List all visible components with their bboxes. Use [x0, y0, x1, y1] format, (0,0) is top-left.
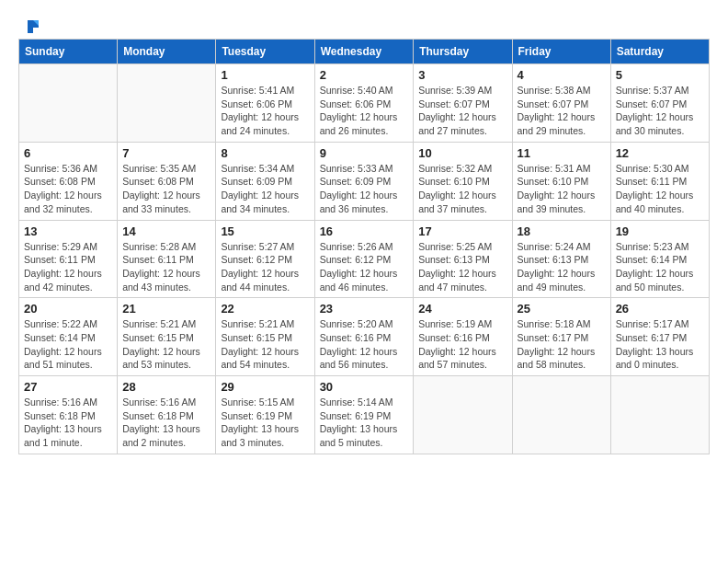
- weekday-header-tuesday: Tuesday: [216, 40, 314, 64]
- day-number: 20: [24, 302, 112, 316]
- calendar-week-row: 6Sunrise: 5:36 AMSunset: 6:08 PMDaylight…: [19, 142, 710, 220]
- weekday-header-saturday: Saturday: [610, 40, 709, 64]
- day-number: 21: [122, 302, 210, 316]
- calendar-cell: 21Sunrise: 5:21 AMSunset: 6:15 PMDayligh…: [118, 298, 216, 376]
- day-info: Sunrise: 5:39 AMSunset: 6:07 PMDaylight:…: [418, 84, 506, 138]
- calendar-week-row: 13Sunrise: 5:29 AMSunset: 6:11 PMDayligh…: [19, 220, 710, 298]
- day-number: 26: [616, 302, 704, 316]
- day-info: Sunrise: 5:26 AMSunset: 6:12 PMDaylight:…: [320, 240, 409, 294]
- day-info: Sunrise: 5:15 AMSunset: 6:19 PMDaylight:…: [221, 396, 309, 450]
- calendar-cell: 5Sunrise: 5:37 AMSunset: 6:07 PMDaylight…: [610, 64, 709, 143]
- calendar-header-row: SundayMondayTuesdayWednesdayThursdayFrid…: [19, 40, 710, 64]
- calendar-cell: 15Sunrise: 5:27 AMSunset: 6:12 PMDayligh…: [216, 220, 314, 298]
- day-number: 7: [122, 146, 210, 160]
- day-info: Sunrise: 5:27 AMSunset: 6:12 PMDaylight:…: [221, 240, 309, 294]
- calendar-cell: 30Sunrise: 5:14 AMSunset: 6:19 PMDayligh…: [314, 376, 414, 454]
- day-number: 27: [24, 380, 112, 394]
- calendar-cell: 14Sunrise: 5:28 AMSunset: 6:11 PMDayligh…: [118, 220, 216, 298]
- day-info: Sunrise: 5:22 AMSunset: 6:14 PMDaylight:…: [24, 317, 112, 372]
- day-info: Sunrise: 5:14 AMSunset: 6:19 PMDaylight:…: [320, 396, 409, 450]
- day-info: Sunrise: 5:36 AMSunset: 6:08 PMDaylight:…: [24, 162, 112, 216]
- day-number: 8: [221, 146, 309, 160]
- calendar-cell: 12Sunrise: 5:30 AMSunset: 6:11 PMDayligh…: [610, 142, 709, 220]
- day-info: Sunrise: 5:23 AMSunset: 6:14 PMDaylight:…: [616, 240, 704, 294]
- calendar-cell: 9Sunrise: 5:33 AMSunset: 6:09 PMDaylight…: [314, 142, 414, 220]
- day-number: 9: [320, 146, 409, 160]
- day-info: Sunrise: 5:24 AMSunset: 6:13 PMDaylight:…: [518, 240, 606, 294]
- day-info: Sunrise: 5:16 AMSunset: 6:18 PMDaylight:…: [122, 396, 210, 450]
- calendar-cell: 18Sunrise: 5:24 AMSunset: 6:13 PMDayligh…: [512, 220, 610, 298]
- day-number: 30: [320, 380, 409, 394]
- day-info: Sunrise: 5:28 AMSunset: 6:11 PMDaylight:…: [122, 240, 210, 294]
- day-number: 18: [518, 224, 606, 238]
- calendar-table: SundayMondayTuesdayWednesdayThursdayFrid…: [18, 39, 710, 454]
- day-info: Sunrise: 5:21 AMSunset: 6:15 PMDaylight:…: [122, 317, 210, 372]
- day-number: 13: [24, 224, 112, 238]
- weekday-header-wednesday: Wednesday: [314, 40, 414, 64]
- calendar-week-row: 20Sunrise: 5:22 AMSunset: 6:14 PMDayligh…: [19, 298, 710, 376]
- calendar-cell: [19, 64, 118, 143]
- calendar-cell: 8Sunrise: 5:34 AMSunset: 6:09 PMDaylight…: [216, 142, 314, 220]
- day-info: Sunrise: 5:25 AMSunset: 6:13 PMDaylight:…: [418, 240, 506, 294]
- day-info: Sunrise: 5:31 AMSunset: 6:10 PMDaylight:…: [518, 162, 606, 216]
- day-number: 5: [616, 68, 704, 82]
- day-number: 24: [418, 302, 506, 316]
- day-number: 25: [518, 302, 606, 316]
- calendar-body: 1Sunrise: 5:41 AMSunset: 6:06 PMDaylight…: [19, 64, 710, 454]
- calendar-cell: 20Sunrise: 5:22 AMSunset: 6:14 PMDayligh…: [19, 298, 118, 376]
- calendar-cell: [414, 376, 512, 454]
- day-number: 4: [518, 68, 606, 82]
- logo: [18, 18, 42, 29]
- calendar-week-row: 27Sunrise: 5:16 AMSunset: 6:18 PMDayligh…: [19, 376, 710, 454]
- day-info: Sunrise: 5:41 AMSunset: 6:06 PMDaylight:…: [221, 84, 309, 138]
- day-number: 11: [518, 146, 606, 160]
- day-number: 19: [616, 224, 704, 238]
- day-number: 3: [418, 68, 506, 82]
- calendar-cell: 2Sunrise: 5:40 AMSunset: 6:06 PMDaylight…: [314, 64, 414, 143]
- day-number: 14: [122, 224, 210, 238]
- day-info: Sunrise: 5:34 AMSunset: 6:09 PMDaylight:…: [221, 162, 309, 216]
- weekday-header-monday: Monday: [118, 40, 216, 64]
- day-number: 10: [418, 146, 506, 160]
- day-number: 22: [221, 302, 309, 316]
- day-info: Sunrise: 5:40 AMSunset: 6:06 PMDaylight:…: [320, 84, 409, 138]
- day-info: Sunrise: 5:17 AMSunset: 6:17 PMDaylight:…: [616, 317, 704, 372]
- day-info: Sunrise: 5:29 AMSunset: 6:11 PMDaylight:…: [24, 240, 112, 294]
- day-number: 6: [24, 146, 112, 160]
- calendar-cell: 25Sunrise: 5:18 AMSunset: 6:17 PMDayligh…: [512, 298, 610, 376]
- weekday-header-friday: Friday: [512, 40, 610, 64]
- calendar-cell: 16Sunrise: 5:26 AMSunset: 6:12 PMDayligh…: [314, 220, 414, 298]
- day-number: 1: [221, 68, 309, 82]
- calendar-cell: 13Sunrise: 5:29 AMSunset: 6:11 PMDayligh…: [19, 220, 118, 298]
- day-info: Sunrise: 5:21 AMSunset: 6:15 PMDaylight:…: [221, 317, 309, 372]
- calendar-cell: [118, 64, 216, 143]
- day-info: Sunrise: 5:33 AMSunset: 6:09 PMDaylight:…: [320, 162, 409, 216]
- calendar-cell: [512, 376, 610, 454]
- calendar-cell: 26Sunrise: 5:17 AMSunset: 6:17 PMDayligh…: [610, 298, 709, 376]
- weekday-header-thursday: Thursday: [414, 40, 512, 64]
- day-number: 16: [320, 224, 409, 238]
- calendar-cell: 23Sunrise: 5:20 AMSunset: 6:16 PMDayligh…: [314, 298, 414, 376]
- day-number: 15: [221, 224, 309, 238]
- day-number: 17: [418, 224, 506, 238]
- day-number: 23: [320, 302, 409, 316]
- day-info: Sunrise: 5:30 AMSunset: 6:11 PMDaylight:…: [616, 162, 704, 216]
- calendar-cell: 17Sunrise: 5:25 AMSunset: 6:13 PMDayligh…: [414, 220, 512, 298]
- calendar-cell: 19Sunrise: 5:23 AMSunset: 6:14 PMDayligh…: [610, 220, 709, 298]
- day-info: Sunrise: 5:35 AMSunset: 6:08 PMDaylight:…: [122, 162, 210, 216]
- calendar-cell: 11Sunrise: 5:31 AMSunset: 6:10 PMDayligh…: [512, 142, 610, 220]
- day-number: 29: [221, 380, 309, 394]
- calendar-cell: 28Sunrise: 5:16 AMSunset: 6:18 PMDayligh…: [118, 376, 216, 454]
- calendar-cell: 22Sunrise: 5:21 AMSunset: 6:15 PMDayligh…: [216, 298, 314, 376]
- weekday-header-sunday: Sunday: [19, 40, 118, 64]
- day-info: Sunrise: 5:19 AMSunset: 6:16 PMDaylight:…: [418, 317, 506, 372]
- calendar-cell: 10Sunrise: 5:32 AMSunset: 6:10 PMDayligh…: [414, 142, 512, 220]
- calendar-week-row: 1Sunrise: 5:41 AMSunset: 6:06 PMDaylight…: [19, 64, 710, 143]
- calendar-cell: [610, 376, 709, 454]
- calendar-cell: 1Sunrise: 5:41 AMSunset: 6:06 PMDaylight…: [216, 64, 314, 143]
- day-info: Sunrise: 5:16 AMSunset: 6:18 PMDaylight:…: [24, 396, 112, 450]
- calendar-cell: 29Sunrise: 5:15 AMSunset: 6:19 PMDayligh…: [216, 376, 314, 454]
- calendar-cell: 4Sunrise: 5:38 AMSunset: 6:07 PMDaylight…: [512, 64, 610, 143]
- calendar-cell: 6Sunrise: 5:36 AMSunset: 6:08 PMDaylight…: [19, 142, 118, 220]
- day-info: Sunrise: 5:20 AMSunset: 6:16 PMDaylight:…: [320, 317, 409, 372]
